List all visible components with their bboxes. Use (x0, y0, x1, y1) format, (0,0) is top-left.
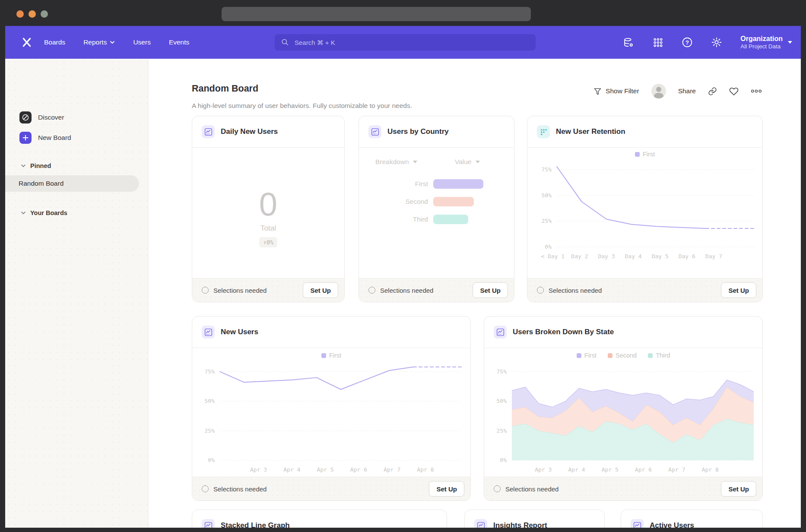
card-stacked-line-graph: Stacked Line Graph (192, 510, 447, 528)
svg-text:Apr 8: Apr 8 (702, 466, 719, 473)
bar-category-label: Third (359, 215, 428, 223)
sidebar-item-label: Discover (38, 114, 64, 121)
nav-item-label: Reports (83, 38, 107, 46)
svg-text:Apr 7: Apr 7 (384, 466, 400, 473)
svg-text:Apr 3: Apr 3 (250, 466, 267, 473)
legend-label: First (584, 352, 597, 359)
data-management-icon[interactable] (623, 37, 634, 48)
favorite-heart-button[interactable] (729, 86, 739, 96)
insights-chart-icon (494, 326, 507, 339)
window-minimize-button[interactable] (29, 10, 36, 18)
sidebar-item-random-board[interactable]: Random Board (5, 175, 139, 192)
svg-text:Apr 5: Apr 5 (602, 466, 619, 473)
insights-chart-icon (202, 125, 215, 138)
board-main: Random Board A high-level summary of use… (149, 59, 801, 528)
bar-row: First (359, 175, 514, 193)
card-users-by-country: Users by Country Breakdown Value FirstSe… (359, 116, 514, 302)
legend-label: First (329, 352, 341, 359)
nav-item-users[interactable]: Users (133, 38, 150, 46)
top-navigation: Boards Reports Users Events ? (5, 26, 801, 59)
heart-icon (729, 86, 739, 96)
svg-text:75%: 75% (497, 368, 507, 375)
window-controls (16, 10, 48, 18)
value-dropdown[interactable]: Value (455, 158, 480, 166)
svg-text:Apr 3: Apr 3 (535, 466, 552, 473)
window-close-button[interactable] (16, 10, 24, 18)
setup-button[interactable]: Set Up (473, 282, 508, 298)
setup-button[interactable]: Set Up (429, 481, 464, 497)
chevron-down-icon (476, 161, 480, 163)
more-options-button[interactable] (751, 89, 762, 93)
chevron-down-icon (110, 40, 115, 45)
sidebar-item-label: New Board (38, 134, 71, 142)
funnel-icon (593, 87, 602, 95)
nav-item-boards[interactable]: Boards (44, 38, 65, 46)
card-title: Insights Report (493, 510, 547, 528)
svg-text:?: ? (685, 39, 689, 46)
window-titlebar (0, 0, 806, 26)
sidebar-item-discover[interactable]: Discover (19, 111, 64, 124)
card-header: New User Retention (527, 116, 762, 148)
mixpanel-logo-icon[interactable] (20, 35, 34, 49)
bar-category-label: Second (359, 198, 428, 206)
breakdown-dropdown[interactable]: Breakdown (375, 158, 417, 166)
card-header: Active Users (621, 510, 762, 528)
sidebar-section-your-boards[interactable]: Your Boards (21, 209, 67, 216)
legend-item: First (321, 352, 341, 359)
svg-text:< Day 1: < Day 1 (541, 253, 565, 260)
card-insights-report: Insights Report (464, 510, 605, 528)
sidebar-section-pinned[interactable]: Pinned (21, 162, 51, 169)
metric-delta-badge: ↑0% (259, 237, 277, 247)
card-footer: Selections needed Set Up (359, 278, 514, 302)
svg-text:50%: 50% (542, 192, 552, 199)
discover-compass-icon (19, 111, 32, 124)
browser-address-bar[interactable] (222, 7, 531, 21)
show-filter-button[interactable]: Show Filter (593, 87, 639, 95)
organization-switcher[interactable]: Organization All Project Data (740, 35, 792, 51)
legend-swatch-icon (608, 353, 612, 358)
card-title: Stacked Line Graph (221, 510, 290, 528)
country-bar-chart: FirstSecondThird (359, 175, 514, 228)
nav-item-reports[interactable]: Reports (83, 38, 115, 46)
svg-text:50%: 50% (497, 398, 507, 404)
card-footer: Selections needed Set Up (192, 477, 470, 500)
card-footer: Selections needed Set Up (527, 278, 762, 302)
apps-grid-icon[interactable] (652, 37, 663, 48)
card-active-users: Active Users (621, 510, 763, 528)
card-header: Users Broken Down By State (484, 317, 762, 348)
card-header: Users by Country (359, 116, 514, 148)
search-input[interactable] (294, 38, 530, 47)
global-search[interactable] (275, 34, 536, 51)
copy-link-button[interactable] (708, 87, 717, 96)
nav-right-group: ? Organization All Project Data (623, 26, 792, 59)
sidebar-item-new-board[interactable]: New Board (19, 132, 71, 144)
svg-text:0%: 0% (545, 244, 552, 250)
svg-text:75%: 75% (542, 166, 552, 173)
svg-text:25%: 25% (205, 428, 215, 434)
svg-text:Day 7: Day 7 (705, 253, 722, 260)
bar-value (433, 215, 468, 224)
setup-button[interactable]: Set Up (303, 282, 338, 298)
svg-text:Day 3: Day 3 (598, 253, 615, 260)
settings-gear-icon[interactable] (711, 37, 722, 48)
sidebar: Discover New Board Pinned Random Board Y… (5, 59, 149, 528)
setup-button[interactable]: Set Up (721, 282, 756, 298)
sidebar-item-label: Random Board (19, 180, 63, 187)
status-circle-icon (202, 485, 209, 492)
setup-button[interactable]: Set Up (721, 481, 756, 497)
share-button[interactable]: Share (678, 87, 696, 95)
nav-item-events[interactable]: Events (169, 38, 189, 46)
bar-value (433, 197, 474, 206)
status-circle-icon (368, 287, 375, 294)
value-label: Value (455, 158, 472, 166)
avatar[interactable] (651, 84, 666, 98)
card-title: Daily New Users (221, 116, 278, 147)
chart-legend: First (527, 147, 762, 161)
nav-item-label: Boards (44, 38, 65, 46)
window-zoom-button[interactable] (41, 10, 48, 18)
svg-text:50%: 50% (205, 398, 215, 404)
metric-value: 0 (192, 185, 344, 223)
help-icon[interactable]: ? (682, 37, 693, 48)
status-circle-icon (202, 287, 209, 294)
chart-legend: First (192, 348, 470, 362)
